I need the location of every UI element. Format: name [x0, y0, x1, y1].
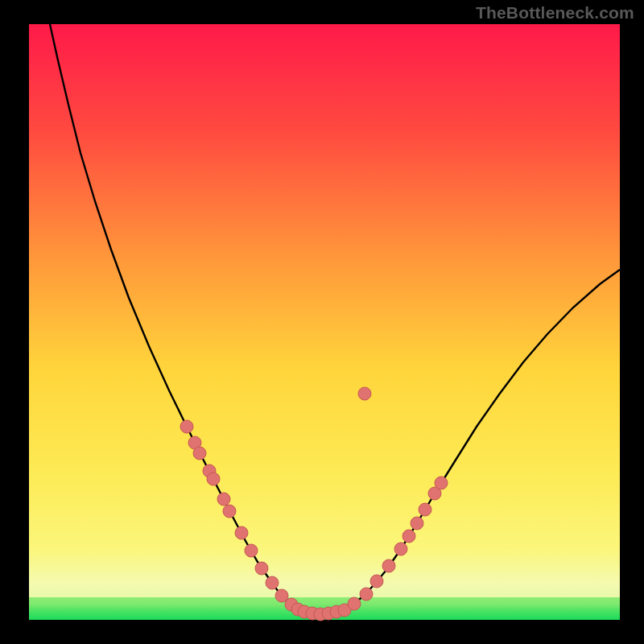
- chart-frame: { "watermark": "TheBottleneck.com", "col…: [0, 0, 644, 644]
- data-marker: [411, 517, 423, 530]
- data-marker: [193, 447, 206, 460]
- data-marker: [223, 505, 236, 518]
- data-marker: [370, 575, 383, 588]
- data-marker: [435, 477, 448, 489]
- data-marker: [394, 543, 407, 555]
- data-marker: [382, 559, 395, 572]
- data-marker: [419, 503, 431, 516]
- data-marker: [245, 544, 258, 557]
- data-marker: [217, 493, 230, 506]
- watermark-text: TheBottleneck.com: [476, 3, 634, 23]
- chart-svg: [0, 0, 644, 644]
- data-marker: [207, 473, 220, 485]
- data-marker: [180, 420, 193, 433]
- data-marker: [266, 576, 279, 589]
- data-marker: [402, 530, 415, 543]
- data-marker: [235, 526, 248, 539]
- data-marker: [255, 562, 268, 575]
- plot-background: [29, 24, 620, 620]
- data-marker: [358, 387, 371, 400]
- data-marker: [360, 588, 373, 601]
- data-marker: [348, 597, 361, 610]
